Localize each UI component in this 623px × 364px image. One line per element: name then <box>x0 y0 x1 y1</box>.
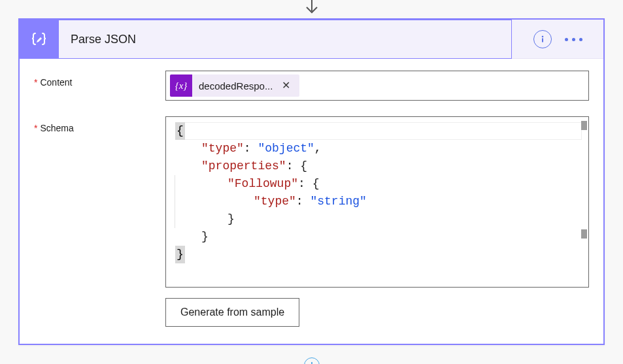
svg-point-1 <box>541 36 543 38</box>
code-text: } <box>175 246 185 263</box>
code-text: "Followup" <box>227 177 298 190</box>
add-step-button[interactable] <box>304 357 320 364</box>
schema-editor[interactable]: { "type": "object", "properties": { "Fol… <box>165 116 589 288</box>
plus-icon <box>308 361 316 364</box>
braces-edit-icon <box>31 31 48 48</box>
schema-label-text: Schema <box>40 123 73 133</box>
code-text: { <box>175 122 185 140</box>
expression-token-name: decodedRespo... <box>199 80 273 91</box>
schema-column: { "type": "object", "properties": { "Fol… <box>165 116 589 327</box>
code-text: "object" <box>258 142 314 155</box>
code-text: "type" <box>201 142 244 155</box>
fx-icon: {x} <box>175 80 188 91</box>
code-text: "type" <box>254 195 296 208</box>
action-body: * Content {x} decodedRespo... ✕ * Schema… <box>20 59 603 339</box>
required-marker: * <box>34 77 37 88</box>
generate-from-sample-button[interactable]: Generate from sample <box>165 298 299 327</box>
dot-icon <box>565 38 568 41</box>
expression-token-icon: {x} <box>170 74 192 97</box>
scrollbar-thumb[interactable] <box>581 229 587 239</box>
required-marker: * <box>34 123 37 133</box>
scrollbar-thumb[interactable] <box>581 121 587 130</box>
svg-rect-2 <box>542 39 543 42</box>
parse-json-action-card: Parse JSON * Content {x} <box>18 18 605 345</box>
flow-arrow-down <box>304 0 320 19</box>
action-header-actions <box>512 20 603 59</box>
action-header: Parse JSON <box>20 20 603 59</box>
info-button[interactable] <box>533 30 552 48</box>
action-title[interactable]: Parse JSON <box>59 20 512 59</box>
expression-token[interactable]: {x} decodedRespo... ✕ <box>170 74 299 97</box>
code-text: } <box>227 212 235 225</box>
content-label-text: Content <box>40 77 72 88</box>
dot-icon <box>579 38 582 41</box>
code-text: } <box>201 230 209 243</box>
code-text: "properties" <box>201 159 286 173</box>
dot-icon <box>572 38 575 41</box>
remove-token-button[interactable]: ✕ <box>279 80 293 91</box>
info-icon <box>538 35 547 44</box>
action-title-text: Parse JSON <box>71 33 136 46</box>
content-input[interactable]: {x} decodedRespo... ✕ <box>165 71 589 101</box>
schema-label: * Schema <box>34 116 161 327</box>
action-icon <box>20 20 59 59</box>
content-label: * Content <box>34 71 161 101</box>
more-menu-button[interactable] <box>565 38 582 41</box>
code-text: "string" <box>310 195 366 208</box>
